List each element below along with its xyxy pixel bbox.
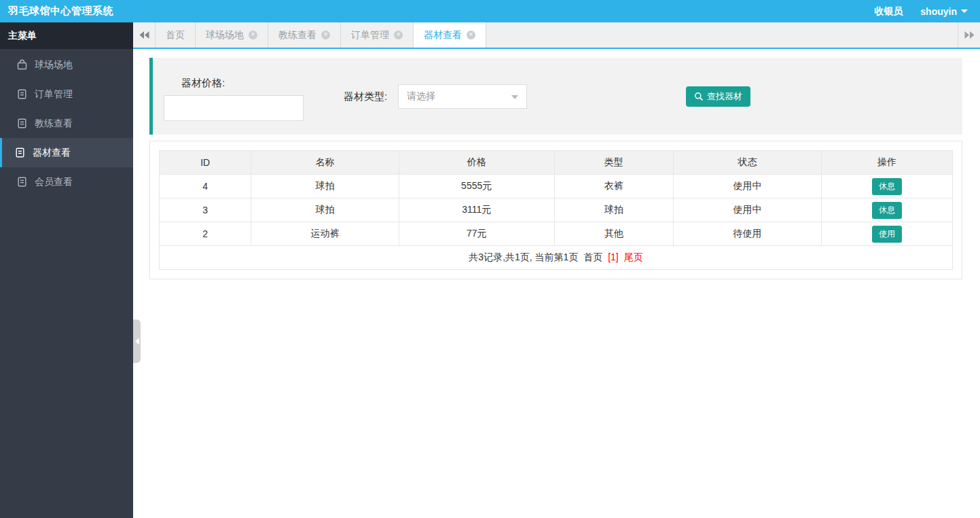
equipment-type-label: 器材类型: — [344, 90, 387, 103]
tab-close-icon[interactable]: × — [394, 31, 403, 39]
cell-status: 使用中 — [673, 175, 821, 198]
cell-id: 3 — [160, 198, 251, 222]
tab-court[interactable]: 球场场地× — [196, 22, 268, 48]
sidebar-item-label: 器材查看 — [33, 147, 71, 159]
sidebar-item-court[interactable]: 球场场地 — [0, 50, 133, 80]
column-header: 状态 — [673, 151, 821, 175]
document-icon — [16, 176, 28, 188]
pagination-first-link[interactable]: 首页 — [583, 252, 602, 262]
equipment-price-label: 器材价格: — [181, 77, 225, 90]
sidebar-item-coach[interactable]: 教练查看 — [0, 109, 133, 138]
pagination-last-link[interactable]: 尾页 — [624, 252, 643, 262]
equipment-type-selected-value: 请选择 — [407, 90, 435, 103]
tab-scroll-right-button[interactable] — [958, 22, 980, 48]
tab-label: 订单管理 — [351, 29, 389, 41]
cell-type: 其他 — [554, 222, 673, 246]
sidebar-item-label: 球场场地 — [35, 59, 73, 71]
cell-price: 3111元 — [399, 198, 554, 222]
cell-status: 待使用 — [673, 222, 821, 246]
search-icon — [694, 92, 704, 101]
sidebar-item-label: 会员查看 — [35, 176, 73, 188]
tab-orders[interactable]: 订单管理× — [341, 22, 414, 48]
tab-coach[interactable]: 教练查看× — [268, 22, 341, 48]
double-chevron-right-icon — [964, 29, 975, 41]
tab-close-icon[interactable]: × — [249, 31, 257, 39]
main-content: 器材价格: 器材类型: 请选择 查找器材 ID名称价格类型状态操作 — [133, 49, 980, 518]
chevron-down-icon — [961, 10, 968, 13]
pagination-summary: 共3记录,共1页, 当前第1页 — [469, 252, 578, 262]
tab-scroll-left-button[interactable] — [133, 22, 156, 48]
sidebar-item-label: 订单管理 — [35, 88, 73, 101]
search-filter-panel: 器材价格: 器材类型: 请选择 查找器材 — [149, 58, 962, 135]
tab-label: 球场场地 — [206, 29, 244, 41]
sidebar: 主菜单 球场场地订单管理教练查看器材查看会员查看 — [0, 22, 133, 518]
pagination-row: 共3记录,共1页, 当前第1页 首页 [1] 尾页 — [160, 246, 953, 270]
cell-action: 使用 — [822, 222, 953, 246]
tab-close-icon[interactable]: × — [321, 31, 330, 39]
chevron-down-icon — [511, 95, 518, 99]
table-row: 2运动裤77元其他待使用使用 — [160, 222, 953, 246]
sidebar-collapse-handle[interactable] — [133, 320, 141, 363]
table-row: 4球拍5555元衣裤使用中休息 — [160, 175, 953, 198]
document-icon — [16, 88, 28, 100]
sidebar-item-equipment[interactable]: 器材查看 — [0, 138, 133, 167]
sidebar-item-orders[interactable]: 订单管理 — [0, 80, 133, 109]
cell-type: 衣裤 — [554, 175, 673, 198]
sidebar-item-members[interactable]: 会员查看 — [0, 167, 133, 196]
cell-price: 5555元 — [399, 175, 554, 198]
app-window: 羽毛球馆中心管理系统 收银员 shouyin 主菜单 球场场地订单管理教练查看器… — [0, 0, 980, 518]
top-header-bar: 羽毛球馆中心管理系统 收银员 shouyin — [0, 0, 980, 22]
panel-accent-bar — [149, 58, 153, 135]
sidebar-item-label: 教练查看 — [35, 118, 73, 130]
sidebar-menu: 球场场地订单管理教练查看器材查看会员查看 — [0, 49, 133, 196]
user-role-link[interactable]: 收银员 — [874, 5, 903, 18]
column-header: 价格 — [399, 151, 554, 175]
cell-price: 77元 — [399, 222, 554, 246]
cell-status: 使用中 — [673, 198, 821, 222]
cell-name: 运动裤 — [251, 222, 399, 246]
cell-id: 2 — [160, 222, 251, 246]
search-equipment-button[interactable]: 查找器材 — [686, 86, 750, 107]
document-icon — [16, 118, 28, 129]
pagination: 共3记录,共1页, 当前第1页 首页 [1] 尾页 — [160, 246, 953, 270]
equipment-table: ID名称价格类型状态操作 4球拍5555元衣裤使用中休息3球拍3111元球拍使用… — [159, 150, 953, 270]
equipment-type-select[interactable]: 请选择 — [398, 84, 527, 109]
cell-id: 4 — [160, 175, 251, 198]
tab-strip: 首页球场场地×教练查看×订单管理×器材查看× — [156, 22, 486, 48]
bag-icon — [16, 59, 28, 71]
cell-action: 休息 — [822, 175, 953, 198]
sidebar-title: 主菜单 — [0, 22, 133, 49]
row-action-button[interactable]: 使用 — [872, 226, 902, 243]
username-label: shouyin — [920, 6, 957, 17]
search-button-label: 查找器材 — [707, 90, 742, 103]
equipment-price-input[interactable] — [164, 95, 304, 121]
cell-action: 休息 — [822, 198, 953, 222]
column-header: 类型 — [554, 151, 673, 175]
row-action-button[interactable]: 休息 — [872, 178, 902, 195]
tab-close-icon[interactable]: × — [467, 31, 475, 39]
tab-equipment[interactable]: 器材查看× — [414, 22, 486, 48]
equipment-table-panel: ID名称价格类型状态操作 4球拍5555元衣裤使用中休息3球拍3111元球拍使用… — [149, 141, 962, 279]
cell-name: 球拍 — [251, 198, 399, 222]
column-header: 操作 — [822, 151, 953, 175]
tab-label: 首页 — [166, 29, 185, 41]
cell-name: 球拍 — [251, 175, 399, 198]
table-header-row: ID名称价格类型状态操作 — [160, 151, 953, 175]
document-icon — [14, 147, 26, 158]
tab-home[interactable]: 首页 — [156, 22, 196, 48]
row-action-button[interactable]: 休息 — [872, 202, 902, 219]
cell-type: 球拍 — [554, 198, 673, 222]
tab-bar: 首页球场场地×教练查看×订单管理×器材查看× — [133, 22, 980, 49]
user-menu[interactable]: shouyin — [920, 6, 968, 17]
user-area: 收银员 shouyin — [874, 5, 980, 18]
table-row: 3球拍3111元球拍使用中休息 — [160, 198, 953, 222]
app-title: 羽毛球馆中心管理系统 — [0, 5, 113, 18]
tab-label: 器材查看 — [424, 29, 462, 41]
column-header: 名称 — [251, 151, 399, 175]
double-chevron-left-icon — [139, 29, 149, 41]
chevron-left-icon — [135, 338, 139, 345]
tab-label: 教练查看 — [278, 29, 316, 41]
column-header: ID — [160, 151, 251, 175]
pagination-current-page-link[interactable]: [1] — [608, 252, 619, 262]
